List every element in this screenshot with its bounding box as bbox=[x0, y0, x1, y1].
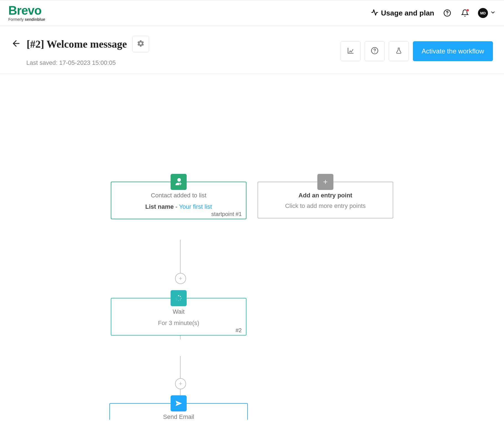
node-title: Wait bbox=[117, 308, 240, 315]
stats-button[interactable] bbox=[341, 41, 361, 61]
node-desc: Click to add more entry points bbox=[264, 202, 387, 210]
back-arrow-icon[interactable] bbox=[11, 38, 21, 50]
node-detail: List name - Your first list bbox=[117, 203, 240, 210]
node-title: Add an entry point bbox=[264, 192, 387, 199]
page-title: [#2] Welcome message bbox=[27, 38, 127, 50]
settings-button[interactable] bbox=[132, 36, 149, 52]
notification-dot bbox=[466, 9, 469, 12]
top-bar: Brevo Formerly sendinblue Usage and plan… bbox=[0, 0, 504, 26]
node-title: Send Email bbox=[115, 413, 242, 420]
entry-node-wrap: Contact added to list List name - Your f… bbox=[111, 182, 246, 219]
wait-spinner-icon bbox=[171, 290, 187, 306]
notifications-icon[interactable] bbox=[460, 8, 470, 18]
page-header: [#2] Welcome message Last saved: 17-05-2… bbox=[0, 26, 504, 74]
svg-point-1 bbox=[447, 14, 448, 15]
svg-point-6 bbox=[181, 298, 181, 298]
svg-point-5 bbox=[180, 296, 181, 297]
chart-icon bbox=[347, 47, 354, 56]
logo[interactable]: Brevo Formerly sendinblue bbox=[8, 4, 45, 22]
plus-icon: + bbox=[179, 380, 182, 387]
list-link[interactable]: Your first list bbox=[179, 203, 212, 210]
add-step-button[interactable]: + bbox=[175, 273, 186, 284]
activity-icon bbox=[371, 9, 378, 17]
svg-point-7 bbox=[180, 300, 181, 300]
account-menu[interactable]: MD bbox=[478, 8, 496, 18]
help-icon bbox=[371, 47, 379, 56]
header-actions: Activate the workflow bbox=[341, 41, 493, 61]
activate-workflow-button[interactable]: Activate the workflow bbox=[413, 41, 493, 61]
svg-point-8 bbox=[178, 300, 179, 301]
wait-node-wrap: Wait For 3 minute(s) #2 bbox=[111, 298, 246, 336]
header-left: [#2] Welcome message Last saved: 17-05-2… bbox=[11, 36, 149, 66]
usage-label: Usage and plan bbox=[381, 9, 434, 17]
flask-icon bbox=[395, 47, 402, 55]
contact-add-icon bbox=[171, 174, 187, 190]
add-step-button[interactable]: + bbox=[175, 378, 186, 389]
send-icon bbox=[171, 395, 187, 411]
svg-point-11 bbox=[177, 296, 177, 297]
title-row: [#2] Welcome message bbox=[11, 36, 149, 52]
entry-point-node[interactable]: Contact added to list List name - Your f… bbox=[111, 182, 246, 219]
help-button[interactable] bbox=[365, 41, 385, 61]
logo-subtitle: Formerly sendinblue bbox=[8, 17, 45, 22]
connector-line bbox=[180, 240, 181, 276]
add-entry-wrap: Add an entry point Click to add more ent… bbox=[258, 182, 393, 218]
plus-square-icon bbox=[317, 174, 333, 190]
chevron-down-icon bbox=[490, 10, 496, 16]
node-tag: startpoint #1 bbox=[211, 211, 242, 217]
node-title: Contact added to list bbox=[117, 192, 240, 199]
gear-icon bbox=[137, 40, 145, 48]
usage-and-plan-link[interactable]: Usage and plan bbox=[371, 9, 434, 17]
svg-point-10 bbox=[176, 298, 176, 298]
topbar-right: Usage and plan MD bbox=[371, 8, 496, 18]
svg-point-9 bbox=[177, 300, 177, 300]
add-entry-point-node[interactable]: Add an entry point Click to add more ent… bbox=[258, 182, 393, 218]
send-email-node[interactable]: Send Email Send Email - Default template… bbox=[109, 403, 248, 420]
last-saved-label: Last saved: 17-05-2023 15:00:05 bbox=[26, 59, 149, 66]
svg-point-3 bbox=[374, 52, 375, 53]
svg-point-4 bbox=[178, 295, 179, 296]
plus-icon: + bbox=[179, 275, 182, 282]
node-tag: #2 bbox=[236, 327, 242, 334]
help-icon[interactable] bbox=[443, 8, 452, 18]
node-desc: For 3 minute(s) bbox=[117, 319, 240, 327]
test-button[interactable] bbox=[389, 41, 409, 61]
avatar: MD bbox=[478, 8, 488, 18]
workflow-canvas: + + + Contact added to list List name - … bbox=[0, 74, 504, 420]
send-node-wrap: Send Email Send Email - Default template… bbox=[111, 403, 249, 420]
logo-text: Brevo bbox=[8, 4, 45, 17]
wait-node[interactable]: Wait For 3 minute(s) #2 bbox=[111, 298, 246, 336]
